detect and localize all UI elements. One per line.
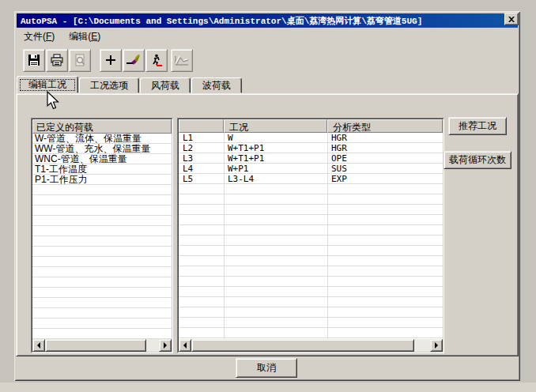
table-cell: HGR [327, 133, 443, 143]
plus-icon [104, 54, 117, 66]
app-window: AutoPSA - [C:\Documents and Settings\Adm… [14, 11, 520, 381]
title-bar: AutoPSA - [C:\Documents and Settings\Adm… [17, 13, 518, 28]
table-cell: SUS [327, 164, 443, 174]
paint-brush-icon [126, 54, 141, 66]
menu-edit-label: 编辑( [69, 31, 91, 42]
column-header-case[interactable]: 工况 [224, 119, 327, 133]
running-man-icon [150, 54, 163, 66]
printer-icon [51, 54, 63, 66]
add-button[interactable] [100, 49, 122, 72]
floppy-disk-icon [28, 54, 40, 66]
close-icon [508, 17, 515, 22]
table-cell: L3-L4 [224, 174, 327, 184]
arrow-right-icon [164, 342, 167, 349]
chart-button[interactable] [171, 49, 193, 72]
list-item[interactable]: WNC-管道、保温重量 [32, 154, 172, 164]
scroll-right-button[interactable] [430, 339, 443, 352]
table-row[interactable]: L3W+T1+P1OPE [179, 153, 443, 164]
tab-wave-load[interactable]: 波荷载 [191, 77, 242, 93]
load-cases-table-body: L1WHGRL2W+T1+P1HGRL3W+T1+P1OPEL4W+P1SUSL… [179, 133, 443, 339]
brush-button[interactable] [123, 49, 145, 72]
column-header-blank[interactable] [179, 119, 224, 133]
close-button[interactable] [504, 13, 519, 25]
mouse-cursor-icon [47, 91, 62, 114]
tab-focus-rect [20, 79, 75, 91]
table-cell: L1 [179, 133, 224, 143]
defined-loads-list-body: W-管道、流体、保温重量WW-管道、充水、保温重量WNC-管道、保温重量T1-工… [32, 134, 172, 339]
save-button[interactable] [23, 49, 45, 72]
menu-file-label: 文件( [24, 31, 46, 42]
arrow-right-icon [435, 342, 438, 349]
menu-bar: 文件(F) 编辑(E) [17, 29, 518, 44]
table-row[interactable]: L5L3-L4EXP [179, 174, 443, 184]
table-cell: EXP [327, 174, 443, 184]
table-cell: L2 [179, 143, 224, 153]
defined-loads-panel: 已定义的荷载 W-管道、流体、保温重量WW-管道、充水、保温重量WNC-管道、保… [31, 118, 173, 353]
defined-loads-hscrollbar[interactable] [32, 339, 172, 352]
table-cell: W [224, 133, 327, 143]
load-cases-hscrollbar[interactable] [179, 339, 443, 352]
load-cases-panel: 工况 分析类型 L1WHGRL2W+T1+P1HGRL3W+T1+P1OPEL4… [177, 118, 444, 353]
print-preview-button[interactable] [69, 49, 91, 72]
print-button[interactable] [46, 49, 68, 72]
table-row[interactable]: L4W+P1SUS [179, 164, 443, 174]
scroll-left-button[interactable] [179, 339, 191, 352]
tab-wind-load-label: 风荷载 [151, 80, 179, 91]
table-cell: W+T1+P1 [224, 153, 327, 164]
cancel-button[interactable]: 取消 [236, 358, 297, 378]
run-button[interactable] [145, 49, 168, 72]
arrow-left-icon [183, 342, 187, 349]
scroll-left-button[interactable] [32, 339, 45, 352]
column-divider [327, 133, 328, 339]
table-row[interactable]: L2W+T1+P1HGR [179, 143, 443, 153]
table-cell: OPE [327, 153, 443, 164]
tab-wind-load[interactable]: 风荷载 [140, 77, 191, 93]
list-item[interactable]: W-管道、流体、保温重量 [32, 134, 172, 144]
defined-loads-header[interactable]: 已定义的荷载 [32, 119, 172, 134]
column-divider [224, 133, 225, 339]
load-cases-header-row: 工况 分析类型 [179, 119, 443, 133]
menu-file[interactable]: 文件(F) [17, 28, 62, 46]
list-item[interactable]: T1-工作温度 [32, 164, 172, 175]
tab-wave-load-label: 波荷载 [202, 80, 231, 91]
scroll-thumb[interactable] [45, 339, 146, 352]
background-strip [0, 383, 536, 392]
tab-case-options[interactable]: 工况选项 [79, 77, 139, 93]
tab-page-edit-case: 已定义的荷载 W-管道、流体、保温重量WW-管道、充水、保温重量WNC-管道、保… [16, 93, 519, 356]
table-cell: L4 [179, 164, 224, 174]
recommend-cases-button[interactable]: 推荐工况 [448, 117, 507, 135]
arrow-left-icon [37, 342, 40, 349]
column-header-analysis-type[interactable]: 分析类型 [327, 119, 443, 133]
table-cell: W+P1 [224, 164, 327, 174]
list-item[interactable]: WW-管道、充水、保温重量 [32, 144, 172, 154]
load-cycles-button[interactable]: 载荷循环次数 [444, 151, 511, 169]
window-title: AutoPSA - [C:\Documents and Settings\Adm… [17, 15, 501, 27]
table-cell: HGR [327, 143, 443, 153]
line-chart-icon [175, 54, 189, 66]
table-cell: L5 [179, 174, 224, 184]
tab-case-options-label: 工况选项 [90, 80, 128, 91]
scroll-right-button[interactable] [159, 339, 172, 352]
table-cell: W+T1+P1 [224, 143, 327, 153]
page-magnifier-icon [74, 54, 86, 66]
scroll-thumb[interactable] [191, 339, 414, 352]
toolbar [23, 48, 194, 72]
menu-edit[interactable]: 编辑(E) [62, 28, 108, 46]
table-row[interactable]: L1WHGR [179, 133, 443, 143]
table-cell: L3 [179, 153, 224, 164]
list-item[interactable]: P1-工作压力 [32, 175, 172, 185]
